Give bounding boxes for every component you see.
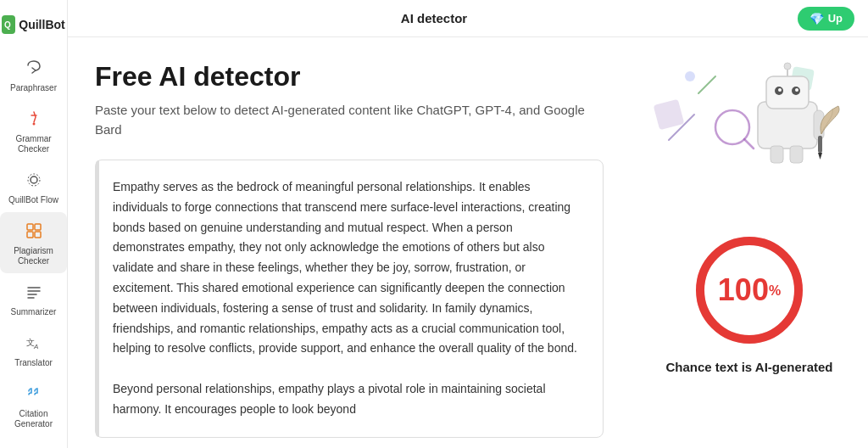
svg-rect-32	[790, 146, 803, 163]
svg-text:Q: Q	[4, 20, 11, 30]
left-panel: Free AI detector Paste your text below t…	[68, 37, 631, 448]
translator-icon: 文 A	[22, 331, 46, 355]
sidebar-item-quillbot-flow-label: QuillBot Flow	[8, 195, 58, 205]
svg-rect-29	[818, 136, 822, 153]
logo[interactable]: Q QuillBot	[0, 7, 67, 42]
main-wrapper: AI detector 💎 Up Free AI detector Paste …	[68, 0, 868, 448]
sidebar: Q QuillBot Paraphraser Grammar Checker	[0, 0, 68, 448]
page-subtitle: Paste your text below to detect AI-gener…	[95, 101, 604, 139]
sidebar-item-quillbot-flow[interactable]: QuillBot Flow	[0, 161, 67, 212]
svg-marker-30	[818, 153, 822, 160]
svg-point-4	[28, 174, 40, 186]
gem-icon: 💎	[810, 12, 824, 25]
svg-point-25	[795, 88, 798, 92]
score-text: 100%	[718, 272, 781, 308]
svg-rect-21	[766, 76, 809, 109]
svg-point-2	[32, 123, 35, 126]
sidebar-item-grammar-checker-label: Grammar Checker	[3, 134, 64, 154]
score-number: 100	[718, 272, 769, 307]
svg-point-27	[784, 63, 791, 70]
svg-point-19	[685, 71, 695, 81]
sidebar-item-summarizer[interactable]: Summarizer	[0, 273, 67, 324]
svg-rect-17	[654, 99, 685, 131]
score-circle: 100%	[690, 231, 809, 350]
sidebar-item-citation-generator-label: Citation Generator	[3, 409, 64, 429]
sidebar-item-paraphraser[interactable]: Paraphraser	[0, 49, 67, 100]
plagiarism-checker-icon	[22, 219, 46, 243]
score-percent: %	[769, 283, 781, 298]
upgrade-button[interactable]: 💎 Up	[798, 7, 854, 31]
citation-generator-icon	[22, 382, 46, 406]
svg-rect-7	[27, 232, 33, 238]
text-area-container[interactable]: Empathy serves as the bedrock of meaning…	[95, 160, 604, 438]
sidebar-item-paraphraser-label: Paraphraser	[10, 83, 57, 93]
svg-text:A: A	[33, 343, 38, 350]
sidebar-item-grammar-checker[interactable]: Grammar Checker	[0, 100, 67, 161]
svg-rect-6	[35, 224, 41, 230]
page-title: Free AI detector	[95, 61, 604, 92]
content: Free AI detector Paste your text below t…	[68, 37, 868, 448]
sidebar-item-plagiarism-checker[interactable]: Plagiarism Checker	[0, 212, 67, 273]
summarizer-icon	[22, 280, 46, 304]
sidebar-item-translator[interactable]: 文 A Translator	[0, 324, 67, 375]
score-container: 100% Chance text is AI-generated	[666, 231, 833, 374]
paraphraser-icon	[22, 56, 46, 80]
sidebar-item-quillbot-premium[interactable]: QuillBot Premium	[0, 436, 67, 448]
svg-line-34	[744, 139, 754, 148]
quillbot-premium-icon	[22, 443, 46, 448]
right-panel: 100% Chance text is AI-generated	[631, 37, 868, 448]
grammar-checker-icon	[22, 107, 46, 131]
sidebar-item-citation-generator[interactable]: Citation Generator	[0, 375, 67, 436]
svg-point-24	[778, 88, 782, 92]
sidebar-item-summarizer-label: Summarizer	[11, 307, 57, 317]
logo-icon: Q	[2, 15, 15, 34]
header-title: AI detector	[401, 11, 467, 25]
svg-rect-5	[27, 224, 33, 230]
svg-point-3	[31, 176, 37, 183]
upgrade-label: Up	[828, 12, 843, 25]
sidebar-item-plagiarism-checker-label: Plagiarism Checker	[3, 246, 64, 266]
quillbot-flow-icon	[22, 168, 46, 192]
sidebar-item-translator-label: Translator	[14, 358, 53, 368]
text-content: Empathy serves as the bedrock of meaning…	[113, 177, 586, 420]
score-label: Chance text is AI-generated	[666, 360, 833, 374]
svg-rect-31	[771, 146, 783, 163]
svg-rect-8	[35, 232, 41, 238]
logo-text: QuillBot	[19, 18, 64, 31]
header: AI detector 💎 Up	[68, 0, 868, 37]
illustration	[648, 51, 851, 204]
